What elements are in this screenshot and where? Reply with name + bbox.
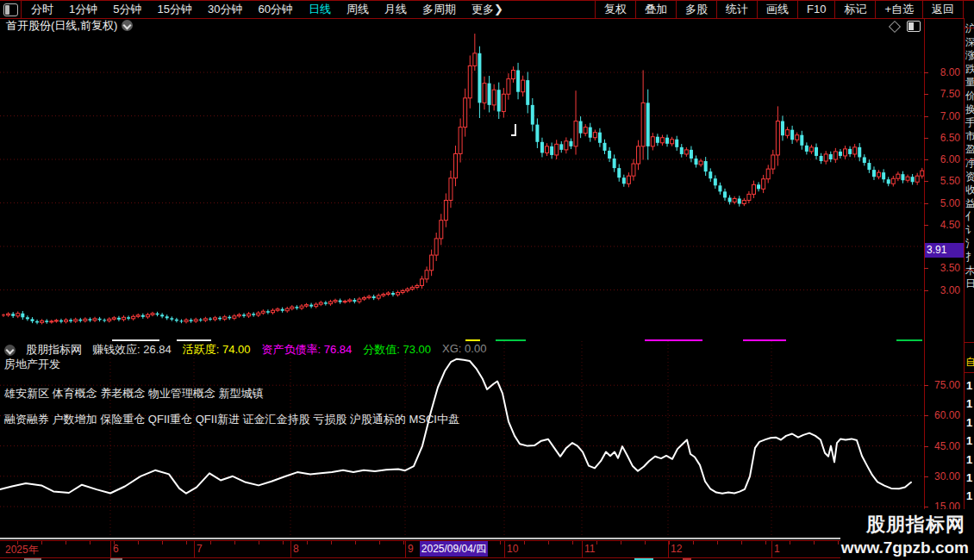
period-tab[interactable]: 多周期 <box>415 1 464 18</box>
month-label: 11 <box>584 543 595 555</box>
date-tick <box>765 541 766 544</box>
date-tick <box>379 541 380 544</box>
month-gridline <box>110 541 111 557</box>
month-label: 9 <box>408 543 414 555</box>
panel-splitter[interactable] <box>0 538 974 539</box>
candlestick-chart-canvas[interactable] <box>0 33 924 336</box>
toolbar-button[interactable]: F10 <box>797 1 834 18</box>
toolbar-button[interactable]: 画线 <box>757 1 797 18</box>
price-axis: 8.007.507.006.506.005.505.004.503.503.00… <box>924 18 964 557</box>
diamond-icon[interactable] <box>889 20 901 32</box>
price-axis-label: 4.50 <box>940 219 960 231</box>
axis-tick <box>924 268 928 269</box>
month-label: 7 <box>197 543 203 555</box>
clipped-glyph: 收 <box>965 184 974 196</box>
sidebar-toggle-icon[interactable] <box>3 3 18 16</box>
clipped-side-panel: 沪深涨跌量价换手市盈净资收益亻讠氵扌木日自11111111 <box>965 18 974 560</box>
selected-date-badge: 2025/09/04/四 <box>420 541 488 557</box>
date-tick <box>90 541 91 544</box>
toolbar-button[interactable]: 复权 <box>595 1 635 18</box>
toolbar-button[interactable]: 返回 <box>922 1 964 18</box>
toolbar-button[interactable]: 标记 <box>834 1 875 18</box>
layout-toggle-icon[interactable] <box>907 21 921 32</box>
date-tick <box>500 541 501 544</box>
date-tick <box>138 541 139 544</box>
indicator-field: 分数值: 73.00 <box>363 342 431 358</box>
date-tick <box>41 541 42 544</box>
trading-app-window: 分时1分钟5分钟15分钟30分钟60分钟日线周线月线多周期更多❯ 复权叠加多股统… <box>0 0 974 560</box>
indicator-field: 赚钱效应: 26.84 <box>92 342 172 358</box>
axis-tick <box>924 181 928 182</box>
indicator-field: 活跃度: 74.00 <box>183 342 251 358</box>
chevron-down-icon[interactable] <box>122 20 133 31</box>
period-tab[interactable]: 60分钟 <box>250 1 300 18</box>
period-tab[interactable]: 1分钟 <box>61 1 105 18</box>
watermark: 股朋指标网 www.7gpzb.com <box>840 509 974 560</box>
indicator-source-label: 股朋指标网 <box>26 342 82 358</box>
toolbar-button[interactable]: 统计 <box>716 1 757 18</box>
axis-tick <box>924 446 928 447</box>
month-gridline <box>194 541 195 557</box>
date-tick <box>645 541 646 544</box>
month-gridline <box>668 541 669 557</box>
clipped-glyph: 资 <box>965 171 974 183</box>
price-axis-label: 60.00 <box>934 409 960 421</box>
stock-title: 首开股份(日线,前复权) <box>6 18 117 34</box>
indicator-field: 资产负债率: 76.84 <box>262 342 353 358</box>
month-label: 8 <box>293 543 299 555</box>
strip-tab-self[interactable]: 自 <box>965 355 974 370</box>
axis-tick <box>924 116 928 117</box>
period-tab[interactable]: 15分钟 <box>149 1 199 18</box>
month-label: 6 <box>113 543 119 555</box>
date-tick <box>66 541 66 544</box>
date-tick <box>669 541 670 544</box>
price-axis-label: 45.00 <box>934 440 960 452</box>
period-tab[interactable]: 月线 <box>377 1 415 18</box>
toolbar-button[interactable]: 叠加 <box>635 1 676 18</box>
month-label: 12 <box>671 543 682 555</box>
date-tick <box>596 541 597 544</box>
date-tick <box>403 541 404 544</box>
toolbar-button[interactable]: 多股 <box>676 1 716 18</box>
title-bar-icons <box>890 21 921 32</box>
clipped-glyph: 市 <box>965 130 974 142</box>
axis-tick <box>924 415 928 416</box>
chart-title-bar: 首开股份(日线,前复权) <box>0 18 974 33</box>
period-tab[interactable]: 日线 <box>301 1 339 18</box>
period-tab[interactable]: 30分钟 <box>200 1 250 18</box>
clipped-glyph: 扌 <box>965 251 974 263</box>
month-gridline <box>582 541 583 557</box>
period-tab[interactable]: 更多❯ <box>464 1 511 18</box>
indicator-chart-canvas[interactable] <box>0 336 924 540</box>
clipped-list-number: 1 <box>966 489 972 502</box>
price-axis-label: 7.50 <box>940 88 960 100</box>
strip-divider <box>965 342 974 343</box>
clipped-list-number: 1 <box>966 397 972 410</box>
axis-tick <box>924 476 928 477</box>
clipped-glyph: 深 <box>965 36 974 48</box>
strip-divider <box>965 159 974 160</box>
year-label: 2025年 <box>5 543 39 557</box>
industry-tag-line: 房地产开发 <box>4 357 60 372</box>
clipped-glyph: 价 <box>965 90 974 102</box>
price-marker-badge: 3.91 <box>925 243 965 258</box>
axis-tick <box>924 507 928 507</box>
clipped-glyph: 换 <box>965 103 974 115</box>
collapse-panel-icon[interactable] <box>4 345 16 356</box>
date-tick <box>355 541 356 544</box>
axis-tick <box>924 94 928 95</box>
date-tick <box>790 541 790 544</box>
toolbar-button[interactable]: +自选 <box>875 1 922 18</box>
date-tick <box>234 541 235 544</box>
date-tick <box>259 541 259 544</box>
date-tick <box>307 541 308 544</box>
date-tick <box>572 541 573 544</box>
date-tick <box>548 541 549 544</box>
axis-tick <box>924 72 928 73</box>
date-tick <box>717 541 718 544</box>
period-tab[interactable]: 分时 <box>23 1 61 18</box>
period-tab[interactable]: 周线 <box>339 1 377 18</box>
clipped-list-number: 1 <box>966 379 972 392</box>
axis-tick <box>924 203 928 204</box>
period-tab[interactable]: 5分钟 <box>105 1 149 18</box>
